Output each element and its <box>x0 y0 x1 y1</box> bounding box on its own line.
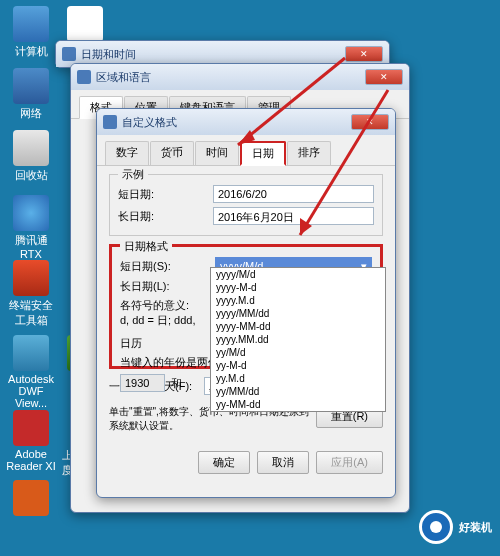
computer-icon <box>13 6 49 42</box>
dropdown-option[interactable]: yyyy.MM.dd <box>211 333 385 346</box>
desktop-icon-trash[interactable]: 回收站 <box>6 130 56 183</box>
dropdown-option[interactable]: yy-M-d <box>211 359 385 372</box>
close-button[interactable]: ✕ <box>365 69 403 85</box>
and-label: 和 <box>165 376 188 391</box>
long-date-value: 2016年6月20日 <box>213 207 374 225</box>
tab-date[interactable]: 日期 <box>240 141 286 166</box>
long-format-label: 长日期(L): <box>120 279 215 294</box>
dropdown-option[interactable]: yy.M.d <box>211 372 385 385</box>
group-example: 示例 短日期:2016/6/20 长日期:2016年6月20日 <box>109 174 383 236</box>
globe-icon <box>103 115 117 129</box>
window-title: 自定义格式 <box>122 115 351 130</box>
clock-icon <box>62 47 76 61</box>
desktop-icon-autodesk[interactable]: Autodesk DWF View... <box>6 335 56 409</box>
group-title: 示例 <box>118 167 148 182</box>
window-title: 区域和语言 <box>96 70 365 85</box>
group-title: 日期格式 <box>120 239 172 254</box>
autodesk-icon <box>13 335 49 371</box>
dropdown-option[interactable]: yyyy/M/d <box>211 268 385 281</box>
trash-icon <box>13 130 49 166</box>
adobe-icon <box>13 410 49 446</box>
globe-icon <box>77 70 91 84</box>
desktop-icon-browse2[interactable] <box>6 480 56 518</box>
window-title: 日期和时间 <box>81 47 345 62</box>
watermark-text: 好装机 <box>459 520 492 535</box>
dropdown-option[interactable]: yyyy/MM/dd <box>211 307 385 320</box>
close-button[interactable]: ✕ <box>351 114 389 130</box>
tab-time[interactable]: 时间 <box>195 141 239 165</box>
tab-sort[interactable]: 排序 <box>287 141 331 165</box>
tab-number[interactable]: 数字 <box>105 141 149 165</box>
desktop-icon-adobe[interactable]: Adobe Reader XI <box>6 410 56 472</box>
network-icon <box>13 68 49 104</box>
dropdown-option[interactable]: yyyy-M-d <box>211 281 385 294</box>
meaning-label: 各符号的意义: d, dd = 日; ddd, <box>120 298 215 328</box>
apply-button: 应用(A) <box>316 451 383 474</box>
ok-button[interactable]: 确定 <box>198 451 250 474</box>
browse-icon <box>13 480 49 516</box>
watermark: 好装机 <box>419 510 492 544</box>
dropdown-option[interactable]: yy-MM-dd <box>211 398 385 411</box>
short-format-label: 短日期(S): <box>120 259 215 274</box>
tab-currency[interactable]: 货币 <box>150 141 194 165</box>
rtx-icon <box>13 195 49 231</box>
dropdown-option[interactable]: yy/M/d <box>211 346 385 359</box>
qq-icon <box>67 6 103 42</box>
tabs: 数字 货币 时间 日期 排序 <box>97 135 395 166</box>
window-custom-format: 自定义格式 ✕ 数字 货币 时间 日期 排序 示例 短日期:2016/6/20 … <box>96 108 396 498</box>
desktop-icon-rtx[interactable]: 腾讯通RTX <box>6 195 56 260</box>
desktop-icon-network[interactable]: 网络 <box>6 68 56 121</box>
titlebar[interactable]: 自定义格式 ✕ <box>97 109 395 135</box>
close-button[interactable]: ✕ <box>345 46 383 62</box>
format-dropdown[interactable]: yyyy/M/d yyyy-M-d yyyy.M.d yyyy/MM/dd yy… <box>210 267 386 412</box>
dropdown-option[interactable]: yyyy-MM-dd <box>211 320 385 333</box>
dropdown-option[interactable]: yy/MM/dd <box>211 385 385 398</box>
security-icon <box>13 260 49 296</box>
dropdown-option[interactable]: yyyy.M.d <box>211 294 385 307</box>
short-date-value: 2016/6/20 <box>213 185 374 203</box>
titlebar[interactable]: 区域和语言 ✕ <box>71 64 409 90</box>
desktop-icon-security[interactable]: 终端安全工具箱 <box>6 260 56 328</box>
group-date-format: 日期格式 短日期(S):yyyy/M/d 长日期(L): 各符号的意义: d, … <box>109 244 383 369</box>
cancel-button[interactable]: 取消 <box>257 451 309 474</box>
short-date-label: 短日期: <box>118 187 213 202</box>
desktop-icon-computer[interactable]: 计算机 <box>6 6 56 59</box>
calendar-label: 日历 <box>120 336 215 351</box>
year-note: 当键入的年份是两位 <box>120 355 219 370</box>
watermark-logo-icon <box>419 510 453 544</box>
year-from: 1930 <box>120 374 165 392</box>
long-date-label: 长日期: <box>118 209 213 224</box>
